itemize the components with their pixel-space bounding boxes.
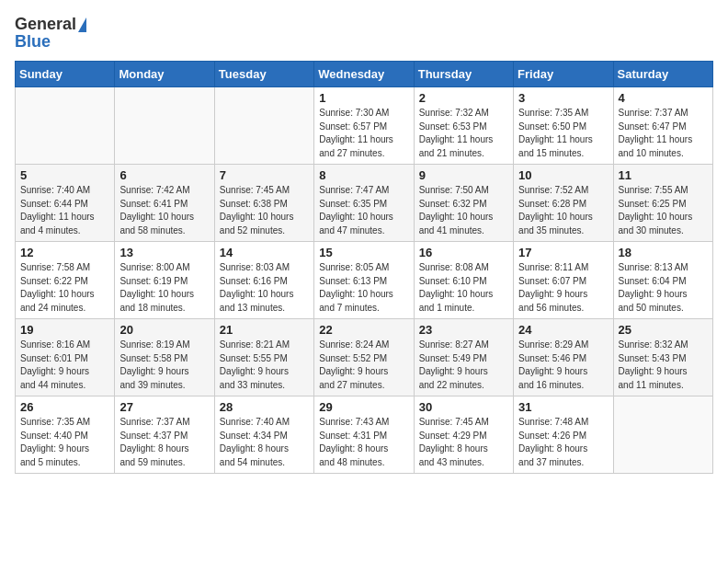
day-info: Sunrise: 7:58 AM Sunset: 6:22 PM Dayligh… — [20, 261, 109, 315]
header-cell-friday: Friday — [514, 62, 613, 87]
day-number: 21 — [220, 323, 309, 337]
calendar-week-3: 19Sunrise: 8:16 AM Sunset: 6:01 PM Dayli… — [16, 319, 713, 396]
calendar-cell: 12Sunrise: 7:58 AM Sunset: 6:22 PM Dayli… — [16, 242, 115, 319]
day-number: 17 — [518, 246, 608, 259]
day-info: Sunrise: 8:16 AM Sunset: 6:01 PM Dayligh… — [20, 339, 109, 392]
calendar-cell: 31Sunrise: 7:48 AM Sunset: 4:26 PM Dayli… — [514, 396, 613, 474]
calendar-cell: 1Sunrise: 7:30 AM Sunset: 6:57 PM Daylig… — [314, 87, 414, 165]
calendar-cell: 29Sunrise: 7:43 AM Sunset: 4:31 PM Dayli… — [314, 396, 414, 474]
logo-general-text: General — [15, 15, 76, 34]
day-number: 14 — [220, 246, 309, 259]
calendar-week-0: 1Sunrise: 7:30 AM Sunset: 6:57 PM Daylig… — [16, 87, 713, 165]
calendar-cell: 16Sunrise: 8:08 AM Sunset: 6:10 PM Dayli… — [414, 242, 513, 319]
day-number: 29 — [319, 400, 408, 414]
day-info: Sunrise: 7:37 AM Sunset: 4:37 PM Dayligh… — [119, 416, 209, 469]
calendar-cell: 5Sunrise: 7:40 AM Sunset: 6:44 PM Daylig… — [16, 165, 115, 242]
day-info: Sunrise: 8:24 AM Sunset: 5:52 PM Dayligh… — [319, 339, 408, 392]
calendar-cell: 24Sunrise: 8:29 AM Sunset: 5:46 PM Dayli… — [514, 319, 613, 396]
calendar-cell: 6Sunrise: 7:42 AM Sunset: 6:41 PM Daylig… — [115, 165, 214, 242]
day-info: Sunrise: 8:19 AM Sunset: 5:58 PM Dayligh… — [119, 339, 209, 392]
day-number: 23 — [419, 323, 508, 337]
day-number: 25 — [619, 323, 708, 337]
day-number: 11 — [619, 168, 708, 182]
calendar-week-2: 12Sunrise: 7:58 AM Sunset: 6:22 PM Dayli… — [16, 242, 713, 319]
calendar-cell — [115, 87, 214, 165]
calendar-cell: 8Sunrise: 7:47 AM Sunset: 6:35 PM Daylig… — [314, 165, 414, 242]
day-number: 1 — [319, 91, 408, 105]
calendar-cell: 14Sunrise: 8:03 AM Sunset: 6:16 PM Dayli… — [214, 242, 313, 319]
day-number: 6 — [119, 168, 209, 182]
day-info: Sunrise: 8:29 AM Sunset: 5:46 PM Dayligh… — [518, 339, 608, 392]
day-info: Sunrise: 7:55 AM Sunset: 6:25 PM Dayligh… — [619, 184, 708, 237]
day-number: 26 — [20, 400, 109, 414]
day-number: 13 — [119, 246, 209, 259]
day-number: 7 — [220, 168, 309, 182]
day-number: 24 — [518, 323, 608, 337]
logo: General Blue — [15, 15, 86, 52]
day-info: Sunrise: 8:08 AM Sunset: 6:10 PM Dayligh… — [419, 261, 508, 315]
day-info: Sunrise: 8:11 AM Sunset: 6:07 PM Dayligh… — [518, 261, 608, 315]
day-number: 3 — [518, 91, 608, 105]
logo-blue-text: Blue — [15, 32, 51, 52]
day-info: Sunrise: 7:47 AM Sunset: 6:35 PM Dayligh… — [319, 184, 408, 237]
day-number: 27 — [119, 400, 209, 414]
calendar-cell: 17Sunrise: 8:11 AM Sunset: 6:07 PM Dayli… — [514, 242, 613, 319]
day-number: 20 — [119, 323, 209, 337]
calendar-cell: 28Sunrise: 7:40 AM Sunset: 4:34 PM Dayli… — [214, 396, 313, 474]
day-info: Sunrise: 7:30 AM Sunset: 6:57 PM Dayligh… — [319, 107, 408, 160]
calendar-cell: 20Sunrise: 8:19 AM Sunset: 5:58 PM Dayli… — [115, 319, 214, 396]
day-number: 31 — [518, 400, 608, 414]
header-row: SundayMondayTuesdayWednesdayThursdayFrid… — [16, 62, 713, 87]
day-info: Sunrise: 7:45 AM Sunset: 4:29 PM Dayligh… — [419, 416, 508, 469]
calendar-table: SundayMondayTuesdayWednesdayThursdayFrid… — [15, 61, 713, 474]
day-info: Sunrise: 8:03 AM Sunset: 6:16 PM Dayligh… — [220, 261, 309, 315]
day-info: Sunrise: 8:05 AM Sunset: 6:13 PM Dayligh… — [319, 261, 408, 315]
day-info: Sunrise: 7:48 AM Sunset: 4:26 PM Dayligh… — [518, 416, 608, 469]
day-number: 19 — [20, 323, 109, 337]
calendar-cell: 4Sunrise: 7:37 AM Sunset: 6:47 PM Daylig… — [613, 87, 712, 165]
day-info: Sunrise: 7:52 AM Sunset: 6:28 PM Dayligh… — [518, 184, 608, 237]
day-info: Sunrise: 7:45 AM Sunset: 6:38 PM Dayligh… — [220, 184, 309, 237]
header-cell-wednesday: Wednesday — [314, 62, 414, 87]
day-number: 30 — [419, 400, 508, 414]
day-number: 9 — [419, 168, 508, 182]
day-info: Sunrise: 7:40 AM Sunset: 6:44 PM Dayligh… — [20, 184, 109, 237]
day-number: 12 — [20, 246, 109, 259]
day-number: 28 — [220, 400, 309, 414]
calendar-cell: 2Sunrise: 7:32 AM Sunset: 6:53 PM Daylig… — [414, 87, 513, 165]
calendar-cell: 3Sunrise: 7:35 AM Sunset: 6:50 PM Daylig… — [514, 87, 613, 165]
day-info: Sunrise: 8:13 AM Sunset: 6:04 PM Dayligh… — [619, 261, 708, 315]
day-number: 5 — [20, 168, 109, 182]
header-cell-sunday: Sunday — [16, 62, 115, 87]
day-number: 22 — [319, 323, 408, 337]
calendar-week-1: 5Sunrise: 7:40 AM Sunset: 6:44 PM Daylig… — [16, 165, 713, 242]
header-cell-saturday: Saturday — [613, 62, 712, 87]
day-info: Sunrise: 8:21 AM Sunset: 5:55 PM Dayligh… — [220, 339, 309, 392]
day-info: Sunrise: 8:27 AM Sunset: 5:49 PM Dayligh… — [419, 339, 508, 392]
day-info: Sunrise: 7:35 AM Sunset: 6:50 PM Dayligh… — [518, 107, 608, 160]
calendar-cell: 7Sunrise: 7:45 AM Sunset: 6:38 PM Daylig… — [214, 165, 313, 242]
calendar-cell: 10Sunrise: 7:52 AM Sunset: 6:28 PM Dayli… — [514, 165, 613, 242]
calendar-header: SundayMondayTuesdayWednesdayThursdayFrid… — [16, 62, 713, 87]
logo-triangle-icon — [78, 17, 86, 32]
calendar-cell: 30Sunrise: 7:45 AM Sunset: 4:29 PM Dayli… — [414, 396, 513, 474]
calendar-cell: 11Sunrise: 7:55 AM Sunset: 6:25 PM Dayli… — [613, 165, 712, 242]
day-info: Sunrise: 7:50 AM Sunset: 6:32 PM Dayligh… — [419, 184, 508, 237]
header-cell-monday: Monday — [115, 62, 214, 87]
calendar-cell: 15Sunrise: 8:05 AM Sunset: 6:13 PM Dayli… — [314, 242, 414, 319]
header-cell-thursday: Thursday — [414, 62, 513, 87]
calendar-cell: 13Sunrise: 8:00 AM Sunset: 6:19 PM Dayli… — [115, 242, 214, 319]
calendar-cell — [214, 87, 313, 165]
day-number: 15 — [319, 246, 408, 259]
calendar-cell: 23Sunrise: 8:27 AM Sunset: 5:49 PM Dayli… — [414, 319, 513, 396]
day-number: 18 — [619, 246, 708, 259]
calendar-cell: 9Sunrise: 7:50 AM Sunset: 6:32 PM Daylig… — [414, 165, 513, 242]
day-info: Sunrise: 7:35 AM Sunset: 4:40 PM Dayligh… — [20, 416, 109, 469]
day-info: Sunrise: 7:42 AM Sunset: 6:41 PM Dayligh… — [119, 184, 209, 237]
calendar-cell — [16, 87, 115, 165]
day-number: 8 — [319, 168, 408, 182]
day-info: Sunrise: 7:43 AM Sunset: 4:31 PM Dayligh… — [319, 416, 408, 469]
calendar-week-4: 26Sunrise: 7:35 AM Sunset: 4:40 PM Dayli… — [16, 396, 713, 474]
calendar-cell: 22Sunrise: 8:24 AM Sunset: 5:52 PM Dayli… — [314, 319, 414, 396]
day-info: Sunrise: 7:40 AM Sunset: 4:34 PM Dayligh… — [220, 416, 309, 469]
